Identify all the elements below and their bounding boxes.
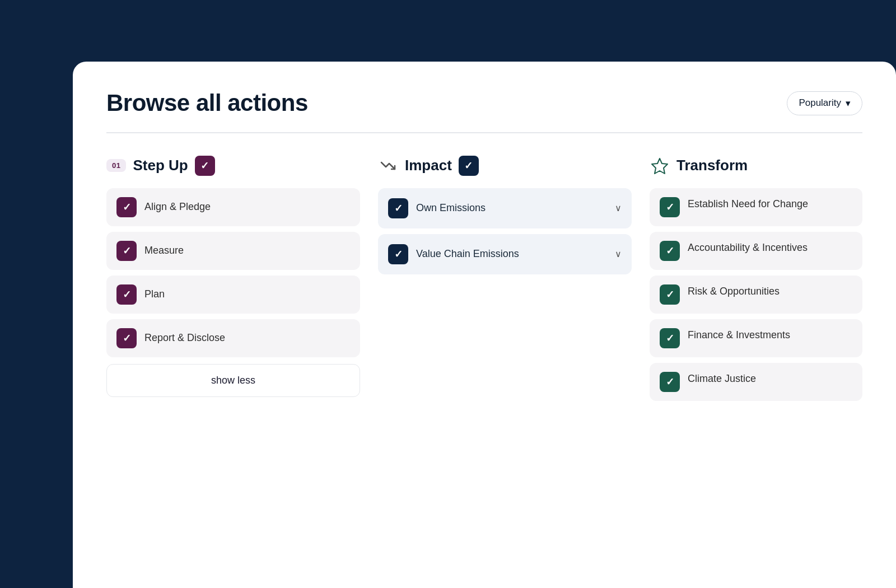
item-checkbox-report[interactable]: ✓ <box>116 328 137 348</box>
item-checkbox-accountability[interactable]: ✓ <box>660 241 680 261</box>
item-checkbox-establish[interactable]: ✓ <box>660 197 680 217</box>
item-label: Own Emissions <box>416 202 607 214</box>
list-item[interactable]: ✓ Finance & Investments <box>650 319 862 357</box>
sort-label: Popularity <box>799 97 841 109</box>
item-label: Measure <box>144 245 350 256</box>
page-title: Browse all actions <box>106 90 308 116</box>
columns-row: 01 Step Up ✓ ✓ Align & Pledge ✓ Me <box>106 156 862 401</box>
list-item[interactable]: ✓ Align & Pledge <box>106 188 360 226</box>
step-up-title: Step Up <box>133 157 188 174</box>
chevron-down-icon: ∨ <box>615 203 622 213</box>
trend-down-icon <box>378 156 398 176</box>
list-item[interactable]: ✓ Report & Disclose <box>106 319 360 357</box>
item-label: Risk & Opportunities <box>688 284 852 298</box>
item-checkbox-measure[interactable]: ✓ <box>116 241 137 261</box>
main-card: Browse all actions Popularity ▾ 01 Step … <box>73 62 896 588</box>
item-label: Value Chain Emissions <box>416 248 607 260</box>
divider <box>106 132 862 133</box>
show-less-button[interactable]: show less <box>106 364 360 397</box>
item-label: Finance & Investments <box>688 328 852 342</box>
item-checkbox-plan[interactable]: ✓ <box>116 284 137 305</box>
star-outline-icon <box>650 156 670 176</box>
check-icon: ✓ <box>200 161 209 171</box>
item-label: Accountability & Incentives <box>688 241 852 255</box>
column-impact: Impact ✓ ✓ Own Emissions ∨ ✓ Val <box>378 156 632 274</box>
transform-header: Transform <box>650 156 862 176</box>
impact-title: Impact <box>405 157 452 174</box>
impact-items: ✓ Own Emissions ∨ ✓ Value Chain Emission… <box>378 188 632 274</box>
svg-marker-0 <box>652 158 668 174</box>
column-transform: Transform ✓ Establish Need for Change ✓ … <box>650 156 862 401</box>
step-up-checkbox[interactable]: ✓ <box>195 156 215 176</box>
chevron-down-icon: ▾ <box>846 97 851 109</box>
list-item[interactable]: ✓ Own Emissions ∨ <box>378 188 632 228</box>
impact-checkbox[interactable]: ✓ <box>459 156 479 176</box>
item-label: Climate Justice <box>688 372 852 386</box>
item-label: Report & Disclose <box>144 332 350 344</box>
item-checkbox-finance[interactable]: ✓ <box>660 328 680 348</box>
chevron-down-icon: ∨ <box>615 249 622 259</box>
transform-title: Transform <box>676 157 748 174</box>
item-checkbox-own-emissions[interactable]: ✓ <box>388 198 408 218</box>
step-up-number: 01 <box>106 159 126 172</box>
item-label: Establish Need for Change <box>688 197 852 211</box>
list-item[interactable]: ✓ Risk & Opportunities <box>650 276 862 314</box>
transform-items: ✓ Establish Need for Change ✓ Accountabi… <box>650 188 862 401</box>
item-label: Align & Pledge <box>144 201 350 213</box>
header-row: Browse all actions Popularity ▾ <box>106 90 862 116</box>
step-up-header: 01 Step Up ✓ <box>106 156 360 176</box>
item-checkbox-risk[interactable]: ✓ <box>660 284 680 305</box>
list-item[interactable]: ✓ Measure <box>106 232 360 270</box>
list-item[interactable]: ✓ Climate Justice <box>650 363 862 401</box>
list-item[interactable]: ✓ Accountability & Incentives <box>650 232 862 270</box>
item-label: Plan <box>144 288 350 300</box>
list-item[interactable]: ✓ Value Chain Emissions ∨ <box>378 234 632 274</box>
sort-dropdown[interactable]: Popularity ▾ <box>787 91 862 115</box>
column-step-up: 01 Step Up ✓ ✓ Align & Pledge ✓ Me <box>106 156 360 397</box>
list-item[interactable]: ✓ Plan <box>106 276 360 314</box>
item-checkbox-align[interactable]: ✓ <box>116 197 137 217</box>
item-checkbox-climate-justice[interactable]: ✓ <box>660 372 680 392</box>
impact-header: Impact ✓ <box>378 156 632 176</box>
step-up-items: ✓ Align & Pledge ✓ Measure ✓ Plan <box>106 188 360 357</box>
list-item[interactable]: ✓ Establish Need for Change <box>650 188 862 226</box>
item-checkbox-value-chain[interactable]: ✓ <box>388 244 408 264</box>
